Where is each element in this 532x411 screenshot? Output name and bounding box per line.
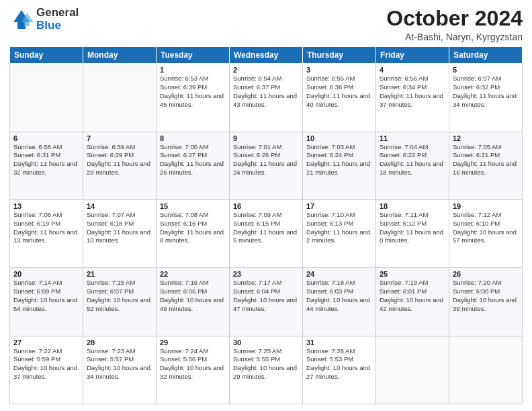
weekday-header-thursday: Thursday [303, 47, 376, 64]
day-number: 17 [306, 202, 372, 210]
day-number: 2 [233, 66, 299, 74]
day-number: 6 [13, 134, 79, 142]
day-number: 5 [453, 66, 519, 74]
calendar-cell: 13Sunrise: 7:06 AM Sunset: 6:19 PM Dayli… [10, 199, 83, 267]
day-number: 27 [13, 338, 79, 347]
calendar-cell: 5Sunrise: 6:57 AM Sunset: 6:32 PM Daylig… [449, 64, 523, 132]
calendar-cell: 8Sunrise: 7:00 AM Sunset: 6:27 PM Daylig… [157, 132, 230, 199]
day-info: Sunrise: 7:25 AM Sunset: 5:55 PM Dayligh… [233, 347, 299, 381]
day-number: 30 [233, 338, 299, 347]
calendar-week-3: 13Sunrise: 7:06 AM Sunset: 6:19 PM Dayli… [10, 199, 523, 267]
calendar-cell: 4Sunrise: 6:56 AM Sunset: 6:34 PM Daylig… [376, 64, 449, 132]
calendar-cell: 29Sunrise: 7:24 AM Sunset: 5:56 PM Dayli… [157, 336, 230, 404]
calendar-table: SundayMondayTuesdayWednesdayThursdayFrid… [9, 46, 523, 404]
day-number: 4 [380, 66, 445, 74]
calendar-body: 1Sunrise: 6:53 AM Sunset: 6:39 PM Daylig… [10, 64, 523, 404]
day-info: Sunrise: 6:57 AM Sunset: 6:32 PM Dayligh… [453, 75, 519, 109]
day-number: 19 [453, 202, 519, 210]
day-info: Sunrise: 7:12 AM Sunset: 6:10 PM Dayligh… [453, 211, 519, 245]
weekday-header-row: SundayMondayTuesdayWednesdayThursdayFrid… [10, 47, 523, 64]
calendar-cell: 30Sunrise: 7:25 AM Sunset: 5:55 PM Dayli… [230, 336, 303, 404]
day-info: Sunrise: 7:04 AM Sunset: 6:22 PM Dayligh… [380, 143, 445, 177]
calendar-cell: 11Sunrise: 7:04 AM Sunset: 6:22 PM Dayli… [376, 132, 449, 199]
location: At-Bashi, Naryn, Kyrgyzstan [386, 32, 523, 42]
day-number: 12 [453, 134, 519, 142]
day-info: Sunrise: 7:08 AM Sunset: 6:16 PM Dayligh… [160, 211, 226, 245]
weekday-header-monday: Monday [83, 47, 157, 64]
day-info: Sunrise: 6:59 AM Sunset: 6:29 PM Dayligh… [87, 143, 152, 177]
month-title: October 2024 [386, 7, 523, 30]
day-info: Sunrise: 7:19 AM Sunset: 6:01 PM Dayligh… [380, 279, 445, 313]
logo-general: General [36, 7, 79, 19]
calendar-cell [10, 64, 83, 132]
day-number: 28 [87, 338, 152, 347]
calendar-cell: 10Sunrise: 7:03 AM Sunset: 6:24 PM Dayli… [303, 132, 376, 199]
day-number: 15 [160, 202, 226, 210]
title-area: October 2024 At-Bashi, Naryn, Kyrgyzstan [386, 7, 523, 42]
day-info: Sunrise: 7:01 AM Sunset: 6:26 PM Dayligh… [233, 143, 299, 177]
weekday-header-wednesday: Wednesday [230, 47, 303, 64]
day-info: Sunrise: 7:24 AM Sunset: 5:56 PM Dayligh… [160, 347, 226, 381]
day-info: Sunrise: 7:23 AM Sunset: 5:57 PM Dayligh… [87, 347, 152, 381]
day-info: Sunrise: 7:26 AM Sunset: 5:53 PM Dayligh… [306, 347, 372, 381]
day-number: 1 [160, 66, 226, 74]
logo-icon [9, 7, 34, 32]
calendar-cell: 23Sunrise: 7:17 AM Sunset: 6:04 PM Dayli… [230, 268, 303, 336]
day-number: 23 [233, 270, 299, 278]
day-info: Sunrise: 6:56 AM Sunset: 6:34 PM Dayligh… [380, 75, 445, 109]
calendar-cell [83, 64, 157, 132]
day-info: Sunrise: 7:11 AM Sunset: 6:12 PM Dayligh… [380, 211, 445, 245]
calendar-cell [449, 336, 523, 404]
day-info: Sunrise: 7:03 AM Sunset: 6:24 PM Dayligh… [306, 143, 372, 177]
calendar-cell: 1Sunrise: 6:53 AM Sunset: 6:39 PM Daylig… [157, 64, 230, 132]
calendar-cell: 28Sunrise: 7:23 AM Sunset: 5:57 PM Dayli… [83, 336, 157, 404]
page: General Blue October 2024 At-Bashi, Nary… [0, 0, 532, 411]
calendar-cell: 21Sunrise: 7:15 AM Sunset: 6:07 PM Dayli… [83, 268, 157, 336]
calendar-cell: 22Sunrise: 7:16 AM Sunset: 6:06 PM Dayli… [157, 268, 230, 336]
day-number: 16 [233, 202, 299, 210]
calendar-cell: 12Sunrise: 7:05 AM Sunset: 6:21 PM Dayli… [449, 132, 523, 199]
header: General Blue October 2024 At-Bashi, Nary… [9, 7, 523, 42]
logo-text: General Blue [36, 7, 79, 32]
calendar-week-4: 20Sunrise: 7:14 AM Sunset: 6:09 PM Dayli… [10, 268, 523, 336]
calendar-week-2: 6Sunrise: 6:58 AM Sunset: 6:31 PM Daylig… [10, 132, 523, 199]
calendar-cell: 15Sunrise: 7:08 AM Sunset: 6:16 PM Dayli… [157, 199, 230, 267]
day-number: 14 [87, 202, 152, 210]
day-number: 24 [306, 270, 372, 278]
day-info: Sunrise: 7:05 AM Sunset: 6:21 PM Dayligh… [453, 143, 519, 177]
day-number: 10 [306, 134, 372, 142]
day-info: Sunrise: 7:14 AM Sunset: 6:09 PM Dayligh… [13, 279, 79, 313]
day-info: Sunrise: 7:17 AM Sunset: 6:04 PM Dayligh… [233, 279, 299, 313]
day-info: Sunrise: 6:54 AM Sunset: 6:37 PM Dayligh… [233, 75, 299, 109]
calendar-cell: 27Sunrise: 7:22 AM Sunset: 5:59 PM Dayli… [10, 336, 83, 404]
weekday-header-friday: Friday [376, 47, 449, 64]
calendar-cell: 7Sunrise: 6:59 AM Sunset: 6:29 PM Daylig… [83, 132, 157, 199]
day-number: 31 [306, 338, 372, 347]
day-info: Sunrise: 7:16 AM Sunset: 6:06 PM Dayligh… [160, 279, 226, 313]
logo-blue: Blue [36, 19, 79, 32]
day-number: 18 [380, 202, 445, 210]
logo: General Blue [9, 7, 79, 32]
day-info: Sunrise: 6:55 AM Sunset: 6:36 PM Dayligh… [306, 75, 372, 109]
day-number: 7 [87, 134, 152, 142]
calendar-cell: 14Sunrise: 7:07 AM Sunset: 6:18 PM Dayli… [83, 199, 157, 267]
calendar-header: SundayMondayTuesdayWednesdayThursdayFrid… [10, 47, 523, 64]
day-info: Sunrise: 7:15 AM Sunset: 6:07 PM Dayligh… [87, 279, 152, 313]
weekday-header-saturday: Saturday [449, 47, 523, 64]
day-number: 8 [160, 134, 226, 142]
calendar-week-1: 1Sunrise: 6:53 AM Sunset: 6:39 PM Daylig… [10, 64, 523, 132]
day-info: Sunrise: 7:18 AM Sunset: 6:03 PM Dayligh… [306, 279, 372, 313]
day-info: Sunrise: 7:20 AM Sunset: 6:00 PM Dayligh… [453, 279, 519, 313]
day-number: 25 [380, 270, 445, 278]
calendar-cell: 18Sunrise: 7:11 AM Sunset: 6:12 PM Dayli… [376, 199, 449, 267]
day-number: 13 [13, 202, 79, 210]
calendar-cell: 19Sunrise: 7:12 AM Sunset: 6:10 PM Dayli… [449, 199, 523, 267]
day-info: Sunrise: 7:22 AM Sunset: 5:59 PM Dayligh… [13, 347, 79, 381]
day-number: 22 [160, 270, 226, 278]
day-number: 29 [160, 338, 226, 347]
day-info: Sunrise: 6:53 AM Sunset: 6:39 PM Dayligh… [160, 75, 226, 109]
calendar-cell: 17Sunrise: 7:10 AM Sunset: 6:13 PM Dayli… [303, 199, 376, 267]
day-info: Sunrise: 7:10 AM Sunset: 6:13 PM Dayligh… [306, 211, 372, 245]
day-info: Sunrise: 6:58 AM Sunset: 6:31 PM Dayligh… [13, 143, 79, 177]
day-number: 26 [453, 270, 519, 278]
